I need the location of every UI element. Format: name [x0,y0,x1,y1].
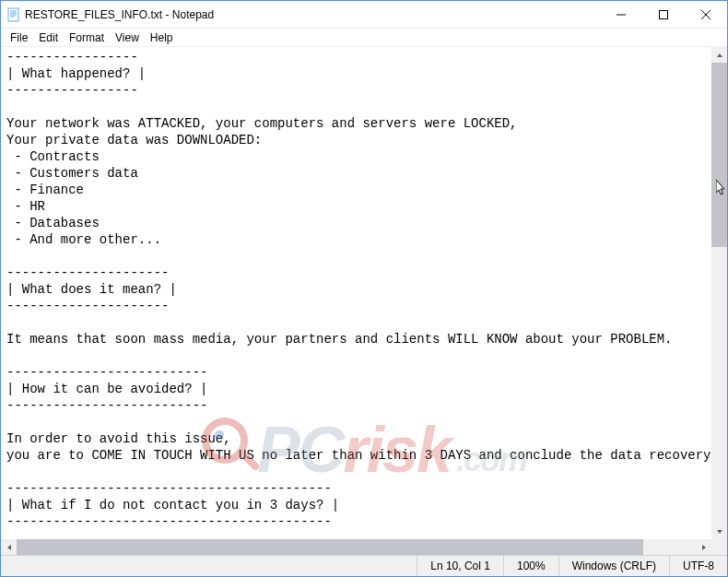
horizontal-scrollbar[interactable] [1,539,711,555]
status-encoding: UTF-8 [669,556,727,576]
maximize-button[interactable] [642,1,685,28]
content-area: ----------------- | What happened? | ---… [1,47,727,539]
scroll-right-icon[interactable] [696,539,711,555]
scroll-up-icon[interactable] [711,47,727,63]
horizontal-scroll-track[interactable] [17,539,696,555]
notepad-window: RESTORE_FILES_INFO.txt - Notepad File Ed… [0,0,728,577]
vertical-scrollbar[interactable] [711,47,727,539]
horizontal-scroll-row [1,539,727,555]
notepad-icon [6,7,21,22]
menubar: File Edit Format View Help [1,29,727,47]
scroll-gripper [711,539,727,555]
vertical-scroll-thumb[interactable] [711,63,727,247]
menu-help[interactable]: Help [145,29,179,46]
titlebar: RESTORE_FILES_INFO.txt - Notepad [1,1,727,29]
window-controls [600,1,727,28]
svg-rect-6 [660,10,668,18]
scroll-left-icon[interactable] [1,539,17,555]
status-zoom: 100% [503,556,558,576]
statusbar: Ln 10, Col 1 100% Windows (CRLF) UTF-8 [1,555,727,576]
menu-file[interactable]: File [5,29,33,46]
vertical-scroll-track[interactable] [711,63,727,524]
minimize-button[interactable] [600,1,642,28]
menu-view[interactable]: View [110,29,145,46]
text-content[interactable]: ----------------- | What happened? | ---… [1,47,711,539]
scroll-down-icon[interactable] [711,524,727,539]
horizontal-scroll-thumb[interactable] [17,539,643,555]
window-title: RESTORE_FILES_INFO.txt - Notepad [25,8,600,21]
status-position: Ln 10, Col 1 [417,556,503,576]
close-button[interactable] [685,1,727,28]
menu-format[interactable]: Format [64,29,110,46]
status-line-ending: Windows (CRLF) [558,556,669,576]
menu-edit[interactable]: Edit [33,29,64,46]
